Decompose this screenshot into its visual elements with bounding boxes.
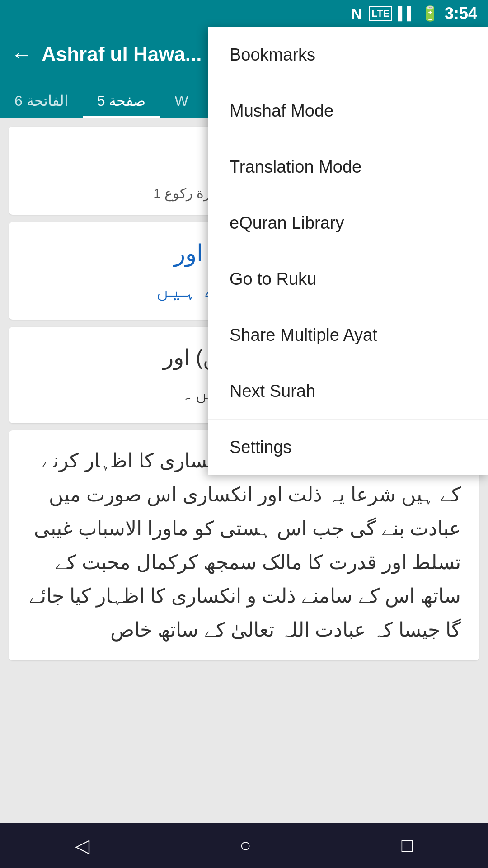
back-button[interactable]: ← [11, 42, 33, 67]
lte-icon: LTE [369, 6, 392, 21]
menu-mushaf-mode[interactable]: Mushaf Mode [208, 83, 488, 139]
nav-recent-button[interactable]: □ [401, 835, 413, 856]
signal-icon: ▌▌ [398, 6, 416, 21]
menu-next-surah[interactable]: Next Surah [208, 363, 488, 420]
menu-go-to-ruku[interactable]: Go to Ruku [208, 251, 488, 307]
nav-home-button[interactable]: ○ [240, 835, 251, 856]
nougat-logo: N [351, 5, 361, 22]
dropdown-menu: Bookmarks Mushaf Mode Translation Mode e… [208, 27, 488, 475]
status-bar: N LTE ▌▌ 🔋 3:54 [0, 0, 488, 27]
menu-settings[interactable]: Settings [208, 420, 488, 475]
menu-equran-library[interactable]: eQuran Library [208, 195, 488, 251]
bottom-nav: ◁ ○ □ [0, 823, 488, 868]
tab-w[interactable]: W [160, 86, 202, 118]
menu-bookmarks[interactable]: Bookmarks [208, 27, 488, 83]
battery-icon: 🔋 [421, 5, 439, 22]
menu-translation-mode[interactable]: Translation Mode [208, 139, 488, 195]
nav-back-button[interactable]: ◁ [75, 835, 89, 857]
menu-share-multiple-ayat[interactable]: Share Multiple Ayat [208, 307, 488, 363]
time-display: 3:54 [445, 4, 477, 23]
tab-alfatiha[interactable]: الفاتحة 6 [0, 86, 83, 118]
status-icons: LTE ▌▌ 🔋 3:54 [369, 4, 477, 23]
tab-safha[interactable]: صفحة 5 [83, 86, 160, 118]
